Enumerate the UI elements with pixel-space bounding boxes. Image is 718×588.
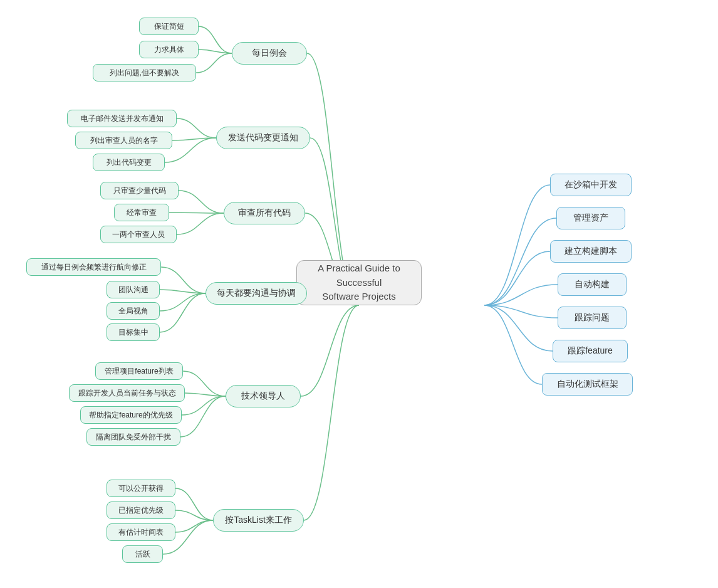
label: 全局视角 — [118, 306, 148, 317]
label: 管理资产 — [573, 213, 608, 224]
mid-daily: 每日例会 — [232, 42, 307, 65]
label: 管理项目feature列表 — [105, 366, 173, 377]
label: 只审查少量代码 — [113, 186, 166, 196]
label: 活跃 — [135, 549, 150, 560]
mid-comm: 每天都要沟通与协调 — [206, 282, 307, 305]
label: 跟踪开发人员当前任务与状态 — [78, 388, 176, 399]
mid-tasklist: 按TaskList来工作 — [213, 509, 304, 532]
leaf-isolate: 隔离团队免受外部干扰 — [86, 428, 180, 446]
label: 已指定优先级 — [118, 505, 164, 516]
label: 经常审查 — [127, 207, 157, 218]
leaf-public: 可以公开获得 — [107, 480, 175, 497]
leaf-frequent-correction: 通过每日例会频繁进行航向修正 — [26, 258, 161, 276]
label: 自动化测试框架 — [557, 379, 618, 390]
label: 在沙箱中开发 — [565, 179, 617, 191]
label: 列出问题,但不要解决 — [110, 68, 179, 78]
leaf-one-two-reviewer: 一两个审查人员 — [100, 226, 177, 243]
leaf-prioritized: 已指定优先级 — [107, 501, 175, 519]
label: 保证简短 — [154, 21, 184, 32]
label: 自动构建 — [575, 279, 610, 290]
label: 每天都要沟通与协调 — [217, 288, 296, 299]
leaf-reviewer-name: 列出审查人员的名字 — [75, 132, 172, 149]
leaf-goal-focus: 目标集中 — [107, 323, 160, 341]
center-node: A Practical Guide to Successful Software… — [296, 260, 422, 305]
label: 每日例会 — [252, 48, 287, 59]
leaf-juti: 力求具体 — [139, 41, 199, 58]
leaf-priority-feature: 帮助指定feature的优先级 — [80, 406, 182, 424]
leaf-jianduan: 保证简短 — [139, 18, 199, 35]
label: 列出审查人员的名字 — [90, 135, 158, 146]
label: 审查所有代码 — [238, 207, 291, 219]
mid-auto-build: 自动构建 — [558, 273, 627, 296]
leaf-code-change: 列出代码变更 — [93, 154, 165, 171]
mid-sandbox: 在沙箱中开发 — [550, 174, 632, 196]
label: 建立构建脚本 — [565, 246, 617, 257]
label: 力求具体 — [154, 45, 184, 55]
mid-asset: 管理资产 — [556, 207, 625, 229]
leaf-active: 活跃 — [122, 545, 163, 563]
mid-notify: 发送代码变更通知 — [216, 127, 310, 149]
label: 跟踪问题 — [575, 312, 610, 323]
mid-track-feature: 跟踪feature — [553, 340, 628, 362]
label: 帮助指定feature的优先级 — [89, 410, 172, 421]
center-label: A Practical Guide to Successful Software… — [307, 261, 411, 304]
mid-build-script: 建立构建脚本 — [550, 240, 632, 263]
leaf-wenti: 列出问题,但不要解决 — [93, 64, 196, 81]
label: 一两个审查人员 — [112, 229, 165, 240]
label: 可以公开获得 — [118, 483, 164, 494]
leaf-schedule: 有估计时间表 — [107, 523, 175, 541]
mid-review: 审查所有代码 — [224, 202, 305, 224]
leaf-often-review: 经常审查 — [114, 204, 169, 221]
leaf-track-dev: 跟踪开发人员当前任务与状态 — [69, 384, 185, 402]
label: 技术领导人 — [241, 391, 285, 402]
leaf-global-view: 全局视角 — [107, 302, 160, 320]
leaf-team-comm: 团队沟通 — [107, 281, 160, 298]
mid-lead: 技术领导人 — [226, 385, 301, 407]
leaf-email: 电子邮件发送并发布通知 — [67, 110, 177, 127]
label: 隔离团队免受外部干扰 — [96, 432, 171, 443]
leaf-feature-list: 管理项目feature列表 — [95, 362, 183, 380]
mid-test-framework: 自动化测试框架 — [542, 373, 633, 396]
label: 通过每日例会频繁进行航向修正 — [41, 262, 147, 273]
label: 有估计时间表 — [118, 527, 164, 538]
label: 按TaskList来工作 — [225, 515, 292, 526]
leaf-small-review: 只审查少量代码 — [100, 182, 179, 199]
label: 发送代码变更通知 — [228, 132, 298, 144]
label: 电子邮件发送并发布通知 — [81, 113, 164, 124]
mid-track-issue: 跟踪问题 — [558, 307, 627, 329]
label: 团队沟通 — [118, 285, 148, 295]
label: 目标集中 — [118, 327, 148, 338]
label: 列出代码变更 — [107, 157, 152, 168]
label: 跟踪feature — [568, 345, 613, 357]
